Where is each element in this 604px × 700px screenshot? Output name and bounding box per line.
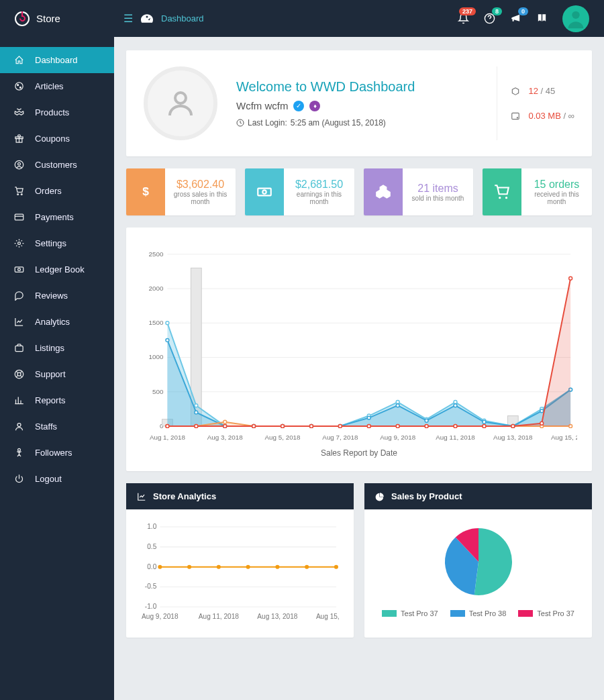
svg-text:Aug 13, 2018: Aug 13, 2018 xyxy=(257,613,297,621)
svg-point-69 xyxy=(454,404,457,407)
svg-text:1500: 1500 xyxy=(149,319,164,326)
cube-icon xyxy=(511,87,520,96)
analytics-title: Store Analytics xyxy=(153,491,216,501)
membership-icon: ♦ xyxy=(309,101,320,111)
sidebar-label: Settings xyxy=(35,238,66,248)
sidebar-label: Coupons xyxy=(35,134,70,144)
svg-point-26 xyxy=(262,190,266,193)
stat-label: earnings in this month xyxy=(288,191,350,205)
sidebar-item-reports[interactable]: Reports xyxy=(0,387,114,413)
sales-chart-card: 05001000150020002500Aug 1, 2018Aug 3, 20… xyxy=(126,228,592,471)
svg-point-94 xyxy=(309,424,313,428)
topbar: Store ☰ Dashboard 237 8 0 xyxy=(0,0,604,37)
sidebar-item-analytics[interactable]: Analytics xyxy=(0,309,114,335)
svg-point-68 xyxy=(425,419,428,422)
svg-point-128 xyxy=(334,565,338,569)
svg-text:Aug 5, 2018: Aug 5, 2018 xyxy=(265,434,301,441)
svg-point-125 xyxy=(246,565,250,569)
svg-point-1 xyxy=(572,11,579,18)
svg-text:-0.5: -0.5 xyxy=(145,583,157,591)
svg-point-72 xyxy=(540,409,544,413)
svg-point-66 xyxy=(367,416,370,419)
dollar-icon: $ xyxy=(126,168,165,215)
home-icon xyxy=(13,55,24,65)
svg-text:$: $ xyxy=(142,185,149,198)
svg-point-97 xyxy=(396,424,399,428)
sidebar-item-orders[interactable]: Orders xyxy=(0,178,114,204)
chart-bar-icon xyxy=(13,395,24,405)
count-used: 12 xyxy=(528,86,538,96)
help-icon[interactable]: 8 xyxy=(484,13,495,24)
sidebar-item-followers[interactable]: Followers xyxy=(0,440,114,466)
main-content: Welcome to WWD Dashboard Wcfm wcfm ✓ ♦ L… xyxy=(114,0,604,700)
breadcrumb[interactable]: Dashboard xyxy=(161,13,204,23)
book-icon[interactable] xyxy=(536,13,548,24)
profile-avatar xyxy=(144,66,217,140)
stat-card[interactable]: $$3,602.40gross sales in this month xyxy=(126,168,236,215)
notifications-bell-icon[interactable]: 237 xyxy=(458,13,469,24)
svg-text:Aug 9, 2018: Aug 9, 2018 xyxy=(142,613,179,621)
sidebar-item-ledger-book[interactable]: Ledger Book xyxy=(0,256,114,283)
svg-point-17 xyxy=(17,372,21,376)
power-icon xyxy=(13,474,24,484)
sidebar-item-support[interactable]: Support xyxy=(0,361,114,387)
svg-point-2 xyxy=(15,83,22,90)
user-avatar[interactable] xyxy=(562,5,589,32)
announce-badge: 0 xyxy=(518,7,528,15)
legend-item: Test Pro 37 xyxy=(518,609,574,617)
card-icon xyxy=(13,212,24,222)
svg-point-102 xyxy=(540,421,544,425)
dashboard-icon xyxy=(141,14,153,23)
sidebar: DashboardArticlesProductsCouponsCustomer… xyxy=(0,0,114,700)
stat-card[interactable]: 15 ordersreceived in this month xyxy=(483,168,592,215)
sidebar-item-settings[interactable]: Settings xyxy=(0,230,114,256)
sidebar-item-listings[interactable]: Listings xyxy=(0,335,114,361)
svg-point-122 xyxy=(158,565,162,569)
svg-point-99 xyxy=(454,424,457,428)
svg-point-9 xyxy=(17,194,18,195)
verified-icon: ✓ xyxy=(293,101,304,111)
sidebar-item-payments[interactable]: Payments xyxy=(0,204,114,230)
briefcase-icon xyxy=(13,343,24,353)
brand-text: Store xyxy=(36,13,60,24)
svg-rect-22 xyxy=(512,113,519,119)
legend-item: Test Pro 37 xyxy=(382,609,438,617)
storage-total: ∞ xyxy=(568,111,574,121)
announce-icon[interactable]: 0 xyxy=(510,13,521,24)
stat-card[interactable]: 21 itemssold in this month xyxy=(364,168,473,215)
sales-chart: 05001000150020002500Aug 1, 2018Aug 3, 20… xyxy=(141,248,577,446)
sidebar-item-reviews[interactable]: Reviews xyxy=(0,283,114,309)
comment-icon xyxy=(13,291,24,301)
svg-text:0.5: 0.5 xyxy=(147,543,156,550)
sidebar-item-coupons[interactable]: Coupons xyxy=(0,126,114,152)
last-login-value: 5:25 am (August 15, 2018) xyxy=(291,118,386,128)
sidebar-item-dashboard[interactable]: Dashboard xyxy=(0,47,114,73)
stat-label: gross sales in this month xyxy=(169,191,232,205)
storage-limit-row: 0.03 MB / ∞ xyxy=(511,111,574,121)
sidebar-item-articles[interactable]: Articles xyxy=(0,73,114,99)
svg-text:1000: 1000 xyxy=(149,353,164,360)
money-icon xyxy=(13,264,24,274)
sidebar-label: Payments xyxy=(35,212,74,222)
sidebar-item-staffs[interactable]: Staffs xyxy=(0,413,114,440)
sidebar-label: Followers xyxy=(35,448,72,458)
storage-used: 0.03 MB xyxy=(528,111,560,121)
svg-point-90 xyxy=(195,424,198,428)
stat-card[interactable]: $2,681.50earnings in this month xyxy=(245,168,354,215)
svg-point-92 xyxy=(252,424,256,428)
svg-text:0.0: 0.0 xyxy=(147,563,156,570)
sidebar-item-customers[interactable]: Customers xyxy=(0,152,114,178)
svg-point-70 xyxy=(483,420,486,423)
sidebar-label: Listings xyxy=(35,343,64,353)
svg-point-18 xyxy=(17,423,21,427)
child-icon xyxy=(13,448,24,458)
brand[interactable]: Store xyxy=(0,11,114,26)
svg-point-127 xyxy=(305,565,309,569)
cart-icon xyxy=(483,168,521,215)
svg-point-12 xyxy=(17,242,20,245)
welcome-card: Welcome to WWD Dashboard Wcfm wcfm ✓ ♦ L… xyxy=(126,50,592,156)
svg-point-23 xyxy=(517,117,518,117)
menu-toggle-icon[interactable]: ☰ xyxy=(123,12,133,25)
sidebar-item-logout[interactable]: Logout xyxy=(0,466,114,492)
sidebar-item-products[interactable]: Products xyxy=(0,99,114,126)
